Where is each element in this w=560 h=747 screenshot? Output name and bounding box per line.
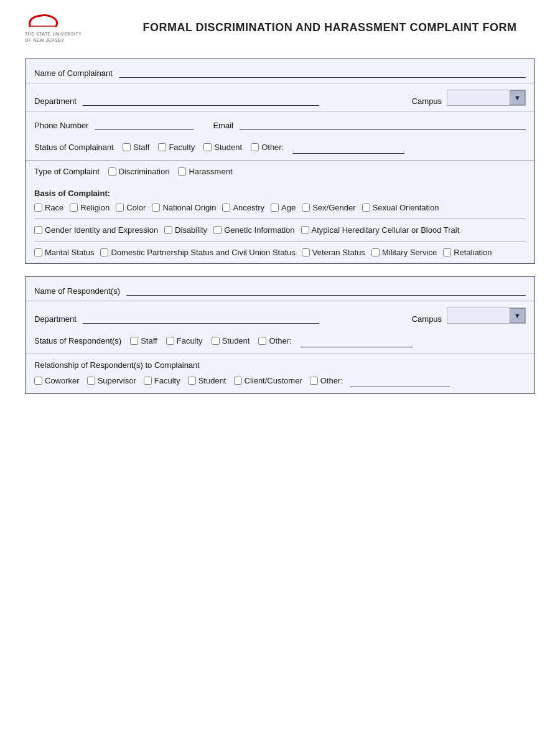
respondent-name-row: Name of Respondent(s)	[26, 277, 534, 301]
complainant-campus-select[interactable]: New Brunswick Newark Camden	[447, 92, 510, 103]
disability-checkbox[interactable]	[164, 226, 172, 234]
rel-faculty-checkbox[interactable]	[144, 377, 152, 385]
relationship-student[interactable]: Student	[188, 376, 226, 385]
respondent-campus-select-wrap[interactable]: New Brunswick Newark Camden ▼	[447, 308, 526, 324]
campus-dropdown-arrow-icon[interactable]: ▼	[510, 90, 525, 105]
atypical-hereditary-checkbox[interactable]	[301, 226, 309, 234]
complainant-staff-checkbox[interactable]	[123, 143, 131, 151]
basis-religion[interactable]: Religion	[70, 203, 110, 212]
genetic-info-checkbox[interactable]	[213, 226, 222, 234]
discrimination-checkbox[interactable]	[108, 167, 116, 176]
respondent-campus-label: Campus	[412, 314, 442, 324]
relationship-coworker[interactable]: Coworker	[34, 376, 80, 385]
basis-retaliation[interactable]: Retaliation	[443, 248, 492, 257]
basis-domestic-partnership[interactable]: Domestic Partnership Status and Civil Un…	[100, 248, 295, 257]
basis-disability[interactable]: Disability	[164, 225, 207, 235]
complainant-status-other[interactable]: Other:	[251, 143, 284, 152]
complainant-campus-group: Campus New Brunswick Newark Camden ▼	[412, 90, 526, 106]
respondent-name-label: Name of Respondent(s)	[34, 286, 120, 296]
complainant-faculty-checkbox[interactable]	[158, 143, 166, 151]
race-checkbox[interactable]	[34, 204, 42, 212]
respondent-dept-label: Department	[34, 314, 77, 324]
complainant-other-checkbox[interactable]	[251, 143, 259, 151]
respondent-student-checkbox[interactable]	[212, 337, 220, 345]
respondent-status-other[interactable]: Other:	[258, 336, 291, 345]
relationship-client-customer[interactable]: Client/Customer	[234, 376, 302, 385]
relationship-other-input[interactable]	[350, 375, 450, 387]
respondent-staff-checkbox[interactable]	[130, 337, 138, 345]
complainant-email-label: Email	[213, 121, 233, 130]
complainant-dept-row: Department Campus New Brunswick Newark C…	[26, 83, 534, 111]
basis-sex-gender[interactable]: Sex/Gender	[302, 203, 355, 212]
relationship-label: Relationship of Respondent(s) to Complai…	[34, 360, 200, 370]
basis-age[interactable]: Age	[271, 203, 296, 212]
sex-gender-checkbox[interactable]	[302, 204, 310, 212]
respondent-campus-group: Campus New Brunswick Newark Camden ▼	[412, 308, 526, 324]
complainant-status-staff[interactable]: Staff	[123, 143, 150, 152]
respondent-dept-input[interactable]	[83, 311, 319, 324]
coworker-checkbox[interactable]	[34, 377, 42, 385]
domestic-partnership-checkbox[interactable]	[100, 248, 108, 256]
basis-race[interactable]: Race	[34, 203, 63, 212]
basis-gender-identity[interactable]: Gender Identity and Expression	[34, 225, 158, 235]
respondent-other-input[interactable]	[301, 335, 413, 347]
basis-veteran-status[interactable]: Veteran Status	[302, 248, 365, 257]
color-checkbox[interactable]	[116, 204, 124, 212]
relationship-options: Coworker Supervisor Faculty Student Clie…	[34, 375, 450, 387]
respondent-other-checkbox[interactable]	[258, 337, 266, 345]
type-harassment[interactable]: Harassment	[178, 167, 232, 176]
relationship-supervisor[interactable]: Supervisor	[87, 376, 136, 385]
harassment-checkbox[interactable]	[178, 167, 186, 176]
respondent-status-row: Status of Respondent(s) Staff Faculty St…	[26, 329, 534, 354]
rutgers-logo-icon	[25, 12, 62, 30]
type-discrimination[interactable]: Discrimination	[108, 167, 170, 176]
complainant-dept-input[interactable]	[83, 93, 319, 106]
complainant-student-checkbox[interactable]	[203, 143, 212, 151]
basis-complaint-title: Basis of Complaint:	[34, 189, 526, 198]
client-customer-checkbox[interactable]	[234, 377, 242, 385]
basis-ancestry[interactable]: Ancestry	[222, 203, 264, 212]
complainant-email-input[interactable]	[240, 118, 526, 130]
respondent-name-input[interactable]	[126, 283, 526, 296]
gender-identity-checkbox[interactable]	[34, 226, 42, 234]
rel-other-checkbox[interactable]	[310, 377, 318, 385]
complainant-phone-input[interactable]	[95, 118, 194, 130]
complainant-other-input[interactable]	[292, 141, 404, 154]
complainant-phone-label: Phone Number	[34, 121, 88, 130]
complainant-dept-label: Department	[34, 96, 77, 106]
respondent-section: Name of Respondent(s) Department Campus …	[25, 276, 535, 394]
national-origin-checkbox[interactable]	[152, 204, 160, 212]
sexual-orientation-checkbox[interactable]	[362, 204, 370, 212]
basis-complaint-section: Basis of Complaint: Race Religion Color …	[26, 182, 534, 263]
relationship-faculty[interactable]: Faculty	[144, 376, 180, 385]
respondent-faculty-checkbox[interactable]	[166, 337, 174, 345]
veteran-status-checkbox[interactable]	[302, 248, 310, 256]
basis-national-origin[interactable]: National Origin	[152, 203, 216, 212]
rel-student-checkbox[interactable]	[188, 377, 196, 385]
complainant-campus-select-wrap[interactable]: New Brunswick Newark Camden ▼	[447, 90, 526, 106]
supervisor-checkbox[interactable]	[87, 377, 95, 385]
basis-atypical-hereditary[interactable]: Atypical Hereditary Cellular or Blood Tr…	[301, 225, 460, 235]
retaliation-checkbox[interactable]	[443, 248, 451, 256]
respondent-status-label: Status of Respondent(s)	[34, 336, 121, 345]
complainant-name-input[interactable]	[119, 65, 526, 78]
basis-genetic-info[interactable]: Genetic Information	[213, 225, 294, 235]
relationship-other[interactable]: Other:	[310, 376, 343, 385]
basis-military-service[interactable]: Military Service	[371, 248, 437, 257]
basis-sexual-orientation[interactable]: Sexual Orientation	[362, 203, 439, 212]
complainant-status-faculty[interactable]: Faculty	[158, 143, 195, 152]
basis-color[interactable]: Color	[116, 203, 146, 212]
complainant-status-student[interactable]: Student	[203, 143, 242, 152]
respondent-campus-select[interactable]: New Brunswick Newark Camden	[447, 309, 510, 321]
respondent-campus-dropdown-arrow-icon[interactable]: ▼	[510, 308, 525, 323]
age-checkbox[interactable]	[271, 204, 279, 212]
military-service-checkbox[interactable]	[371, 248, 380, 256]
ancestry-checkbox[interactable]	[222, 204, 230, 212]
logo-area: THE STATE UNIVERSITY OF NEW JERSEY	[25, 12, 112, 44]
marital-status-checkbox[interactable]	[34, 248, 42, 256]
basis-marital-status[interactable]: Marital Status	[34, 248, 94, 257]
religion-checkbox[interactable]	[70, 204, 78, 212]
respondent-status-faculty[interactable]: Faculty	[166, 336, 203, 345]
respondent-status-student[interactable]: Student	[212, 336, 250, 345]
respondent-status-staff[interactable]: Staff	[130, 336, 157, 345]
